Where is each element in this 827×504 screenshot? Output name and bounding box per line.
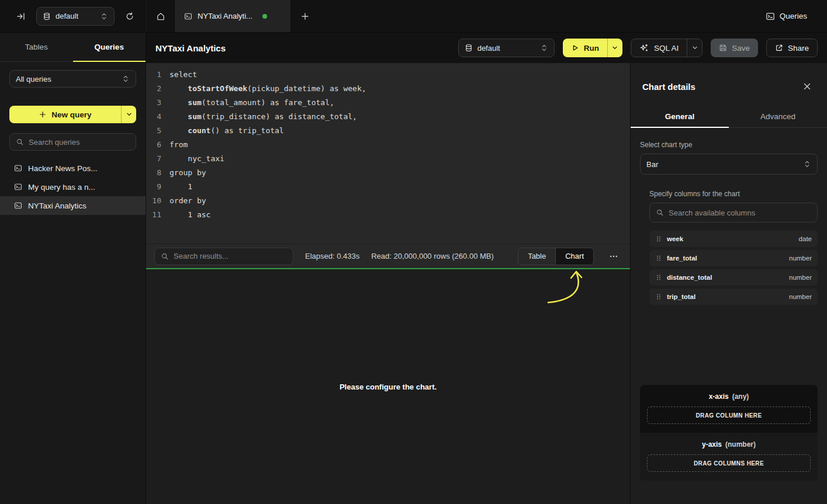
new-query-label: New query — [51, 110, 91, 119]
query-item-label: Hacker News Pos... — [28, 164, 98, 173]
code-text: count() as trip_total — [161, 124, 284, 138]
y-axis-section: y-axis(number) DRAG COLUMNS HERE — [640, 433, 818, 481]
editor-line: 7 nyc_taxi — [146, 152, 630, 166]
editor-line: 4 sum(trip_distance) as distance_total, — [146, 110, 630, 124]
column-row-trip_total[interactable]: trip_totalnumber — [649, 289, 818, 305]
y-axis-dropzone[interactable]: DRAG COLUMNS HERE — [647, 454, 811, 472]
new-tab-button[interactable] — [297, 8, 313, 25]
column-name: distance_total — [667, 274, 712, 281]
code-text: select — [161, 68, 197, 82]
tab-title: NYTaxi Analyti... — [198, 12, 252, 20]
home-tab-button[interactable] — [147, 0, 174, 32]
query-filter-value: All queries — [16, 75, 51, 84]
database-icon — [465, 44, 473, 52]
save-button[interactable]: Save — [711, 39, 758, 57]
results-search-input[interactable] — [174, 252, 287, 260]
chart-type-select[interactable]: Bar — [640, 154, 818, 175]
line-number: 2 — [146, 82, 161, 96]
refresh-button[interactable] — [122, 8, 138, 25]
topbar-right: Queries — [760, 0, 827, 32]
query-list-item[interactable]: NYTaxi Analytics — [0, 196, 146, 215]
line-number: 1 — [146, 68, 161, 82]
results-search — [154, 248, 293, 265]
query-list-item[interactable]: Hacker News Pos... — [0, 159, 146, 178]
line-number: 11 — [146, 208, 161, 222]
read-stat: Read: 20,000,000 rows (260.00 MB) — [371, 252, 494, 260]
column-row-distance_total[interactable]: distance_totalnumber — [649, 269, 818, 286]
annotation-arrow — [146, 269, 630, 310]
column-row-fare_total[interactable]: fare_totalnumber — [649, 250, 818, 266]
query-filter-select[interactable]: All queries — [9, 70, 136, 88]
sparkle-icon — [639, 43, 649, 53]
more-icon — [609, 252, 618, 261]
y-axis-label: y-axis — [702, 440, 722, 449]
close-panel-button[interactable] — [799, 78, 815, 95]
column-row-week[interactable]: weekdate — [649, 231, 818, 247]
elapsed-stat: Elapsed: 0.433s — [305, 252, 359, 260]
code-text: from — [161, 138, 188, 152]
y-axis-hint: (number) — [725, 440, 756, 449]
share-button[interactable]: Share — [766, 39, 818, 57]
sql-editor[interactable]: 1select2 toStartOfWeek(pickup_datetime) … — [146, 63, 630, 244]
columns-label: Specify columns for the chart — [649, 190, 818, 198]
query-item-label: NYTaxi Analytics — [28, 201, 86, 210]
queries-button[interactable]: Queries — [760, 8, 813, 25]
query-list: Hacker News Pos...My query has a n...NYT… — [0, 159, 146, 215]
main-area: NYTaxi Analytics default Run — [146, 33, 827, 504]
code-text: 1 — [161, 180, 192, 194]
tab-nytaxi-analytics[interactable]: NYTaxi Analyti... — [174, 0, 291, 32]
line-number: 5 — [146, 124, 161, 138]
sql-ai-menu-button[interactable] — [687, 39, 702, 57]
query-icon — [14, 164, 22, 172]
more-options-button[interactable] — [605, 248, 622, 265]
code-text: toStartOfWeek(pickup_datetime) as week, — [161, 82, 366, 96]
query-list-item[interactable]: My query has a n... — [0, 178, 146, 196]
column-list: weekdatefare_totalnumberdistance_totalnu… — [649, 231, 818, 305]
new-query-button[interactable]: New query — [9, 106, 121, 123]
line-number: 4 — [146, 110, 161, 124]
query-search-input[interactable] — [29, 138, 130, 147]
run-button[interactable]: Run — [563, 39, 607, 57]
close-icon — [802, 82, 812, 91]
panel-title: Chart details — [642, 82, 695, 92]
save-button-label: Save — [732, 44, 750, 53]
view-toggle-table[interactable]: Table — [518, 248, 555, 265]
chevron-updown-icon — [540, 44, 548, 52]
x-axis-dropzone[interactable]: DRAG COLUMN HERE — [647, 406, 811, 424]
topbar-database-value: default — [56, 12, 78, 20]
chevron-down-icon — [611, 44, 619, 52]
chevron-updown-icon — [100, 12, 108, 20]
line-number: 10 — [146, 194, 161, 208]
new-query-menu-button[interactable] — [121, 106, 136, 123]
columns-search-input[interactable] — [669, 208, 811, 217]
topbar-database-select[interactable]: default — [36, 7, 115, 26]
queries-button-label: Queries — [780, 12, 807, 20]
sidebar-tab-queries[interactable]: Queries — [73, 33, 146, 61]
queries-icon — [766, 12, 775, 21]
new-query-button-group: New query — [9, 106, 136, 123]
sql-ai-button[interactable]: SQL AI — [631, 39, 687, 57]
column-name: week — [667, 235, 683, 242]
header-database-select[interactable]: default — [458, 39, 555, 57]
editor-line: 11 1 asc — [146, 208, 630, 222]
sidebar-body: All queries New query Hacker News Pos...… — [0, 62, 146, 215]
topbar-left: default — [0, 0, 146, 32]
chevron-down-icon — [691, 44, 699, 52]
run-menu-button[interactable] — [607, 39, 622, 57]
collapse-sidebar-button[interactable] — [13, 8, 29, 25]
panel-body: Select chart type Bar Specify columns fo… — [631, 128, 827, 504]
panel-tab-advanced[interactable]: Advanced — [729, 105, 827, 127]
grip-icon — [655, 255, 662, 262]
play-icon — [571, 44, 579, 52]
code-text: order by — [161, 194, 206, 208]
sidebar-tab-tables[interactable]: Tables — [0, 33, 73, 61]
editor-line: 10order by — [146, 194, 630, 208]
panel-tab-general[interactable]: General — [631, 105, 729, 127]
grip-icon — [655, 293, 662, 300]
run-button-label: Run — [584, 44, 599, 53]
main-header: NYTaxi Analytics default Run — [146, 33, 827, 63]
chevron-down-icon — [125, 110, 133, 119]
view-toggle-chart[interactable]: Chart — [555, 248, 593, 265]
code-text: group by — [161, 166, 206, 180]
query-search — [9, 133, 136, 151]
